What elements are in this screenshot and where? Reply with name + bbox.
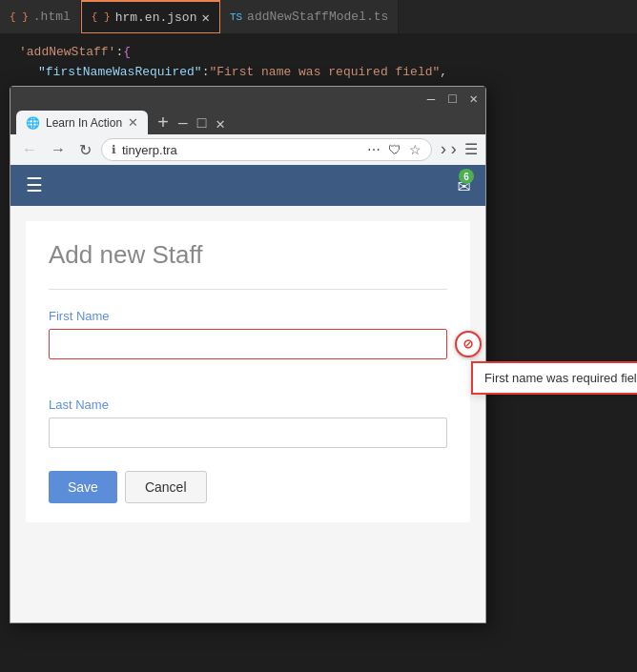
browser-nav: ← → ↻ ℹ tinyerp.tra ⋯ 🛡 ☆ ›› ☰ [10,134,485,165]
browser-tab-title: Learn In Action [46,116,122,130]
tab-ts[interactable]: TS addNewStaffModel.ts [220,0,399,33]
notification-badge: 6 [459,169,474,184]
code-value-2: "First name was required field" [209,65,440,79]
save-button[interactable]: Save [49,471,117,503]
code-key-1: 'addNewStaff' [19,45,115,59]
tab-html-label: .html [33,10,71,24]
code-line-1: 'addNewStaff':{ [19,43,618,63]
bookmark-icon[interactable]: 🛡 [388,142,401,157]
browser-content: ☰ ✉ 6 Add new Staff First Name [10,165,485,622]
close-browser-tab[interactable]: ✕ [128,115,138,130]
favicon-icon: 🌐 [26,116,40,130]
browser-window: — □ ✕ 🌐 Learn In Action ✕ + — □ ✕ [10,86,486,623]
first-name-label: First Name [49,309,447,323]
address-bar[interactable]: ℹ tinyerp.tra ⋯ 🛡 ☆ [101,138,432,161]
close-browser[interactable]: ✕ [216,114,225,133]
error-icon: ⊘ [455,331,482,357]
lock-icon: ℹ [112,143,116,156]
form-title: Add new Staff [49,240,447,270]
form-divider [49,289,447,290]
app-topbar: ☰ ✉ 6 [10,165,485,206]
editor-background: { } .html { } hrm.en.json ✕ TS addNewSta… [0,0,637,672]
form-buttons: Save Cancel [49,471,447,503]
last-name-label: Last Name [49,397,447,412]
tab-json-label: hrm.en.json [115,10,197,25]
refresh-button[interactable]: ↻ [75,139,95,161]
tab-html[interactable]: { } .html [0,0,81,33]
ts-icon: TS [230,11,242,23]
error-icon-wrapper: ⊘ [455,331,482,357]
maximize-button[interactable]: □ [448,92,456,107]
close-button[interactable]: ✕ [470,91,478,107]
new-tab-button[interactable]: + [157,112,169,134]
browser-tab[interactable]: 🌐 Learn In Action ✕ [16,111,148,134]
maximize-browser[interactable]: □ [197,115,207,132]
html-icon: { } [10,11,29,23]
notification-area[interactable]: ✉ 6 [458,173,470,198]
first-name-wrapper [49,329,447,359]
nav-extras: ⋯ 🛡 ☆ [367,142,421,157]
last-name-group: Last Name [49,397,447,448]
tab-json[interactable]: { } hrm.en.json ✕ [81,0,220,33]
minimize-browser[interactable]: — [178,115,188,132]
more-options-icon[interactable]: ⋯ [367,142,380,157]
forward-button[interactable]: → [47,139,70,160]
menu-icon[interactable]: ☰ [464,140,478,159]
first-name-group: First Name ⊘ First name [49,309,447,359]
url-text: tinyerp.tra [122,143,361,157]
star-icon[interactable]: ☆ [409,142,421,157]
close-json-tab[interactable]: ✕ [201,10,209,26]
first-name-input[interactable] [49,329,447,359]
browser-chrome: — □ ✕ 🌐 Learn In Action ✕ + — □ ✕ [10,87,485,165]
last-name-input[interactable] [49,417,447,448]
minimize-button[interactable]: — [427,92,435,107]
cancel-button[interactable]: Cancel [125,471,207,503]
chevron-right-icon[interactable]: ›› [438,140,459,159]
code-key-2: "firstNameWasRequired" [38,65,202,79]
back-button[interactable]: ← [18,139,41,160]
code-line-2: "firstNameWasRequired":"First name was r… [19,63,618,83]
hamburger-menu[interactable]: ☰ [26,173,43,197]
first-name-input-container: ⊘ First name was required field [49,329,447,359]
json-icon: { } [92,11,111,23]
code-editor: 'addNewStaff':{ "firstNameWasRequired":"… [0,33,637,92]
error-tooltip: First name was required field [471,361,637,395]
tab-ts-label: addNewStaffModel.ts [247,10,388,24]
error-symbol: ⊘ [463,335,473,354]
error-message: First name was required field [484,371,637,385]
form-area: Add new Staff First Name ⊘ [26,221,470,522]
vscode-tab-bar: { } .html { } hrm.en.json ✕ TS addNewSta… [0,0,637,33]
